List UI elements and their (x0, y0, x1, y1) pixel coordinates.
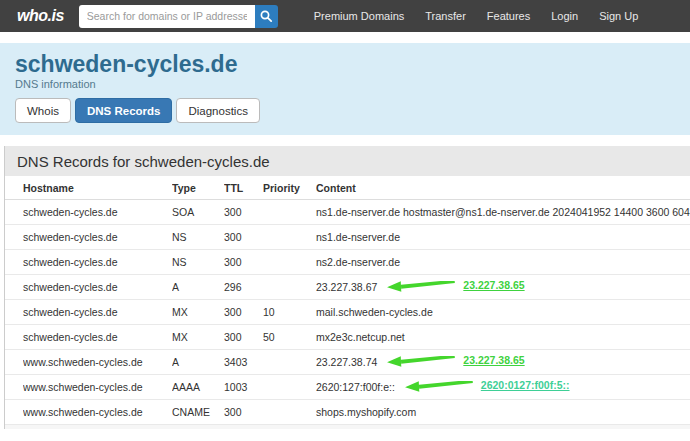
record-value: ns2.de-nserver.de (316, 256, 400, 268)
annotation-text: 2620:0127:f00f:5:: (481, 381, 570, 392)
table-row: schweden-cycles.de NS 300 ns2.de-nserver… (5, 250, 690, 275)
domain-search (79, 5, 278, 28)
record-type: A (172, 281, 224, 293)
top-navbar: who.is Premium Domains Transfer Features… (0, 0, 690, 32)
annotation: 23.227.38.65 (387, 281, 524, 292)
record-content: 2620:127:f00f:e:: 2620:0127:f00f:5:: (316, 381, 690, 394)
table-row: www.schweden-cycles.de A 3403 23.227.38.… (5, 350, 690, 375)
record-value: ns1.de-nserver.de hostmaster@ns1.de-nser… (316, 206, 690, 218)
tab-diagnostics[interactable]: Diagnostics (176, 98, 259, 123)
record-value: 23.227.38.67 (316, 281, 377, 293)
col-ttl: TTL (224, 182, 263, 194)
table-row: www.schweden-cycles.de AAAA 1003 2620:12… (5, 375, 690, 400)
main-nav: Premium Domains Transfer Features Login … (314, 10, 639, 22)
record-hostname: www.schweden-cycles.de (23, 381, 172, 393)
record-type: NS (172, 256, 224, 268)
record-content: 23.227.38.74 23.227.38.65 (316, 356, 690, 369)
whois-page: who.is Premium Domains Transfer Features… (0, 0, 690, 429)
section-title: DNS Records for schweden-cycles.de (5, 146, 690, 176)
record-hostname: schweden-cycles.de (23, 331, 172, 343)
page-title: schweden-cycles.de (15, 52, 675, 77)
page-subtitle: DNS information (15, 78, 675, 90)
record-value: ns1.de-nserver.de (316, 231, 400, 243)
record-value: 2620:127:f00f:e:: (316, 381, 395, 393)
nav-features[interactable]: Features (487, 10, 530, 22)
record-ttl: 300 (224, 406, 263, 418)
record-ttl: 300 (224, 256, 263, 268)
record-type: NS (172, 231, 224, 243)
nav-transfer[interactable]: Transfer (425, 10, 466, 22)
annotation-text: 23.227.38.65 (463, 281, 524, 292)
record-priority: 50 (263, 331, 316, 343)
record-type: SOA (172, 206, 224, 218)
record-content: ns1.de-nserver.de (316, 231, 690, 243)
nav-sign-up[interactable]: Sign Up (599, 10, 638, 22)
green-arrow-icon (387, 356, 456, 369)
dns-records-body: schweden-cycles.de SOA 300 ns1.de-nserve… (5, 200, 690, 425)
record-value: 23.227.38.74 (316, 356, 377, 368)
record-type: CNAME (172, 406, 224, 418)
dns-records-panel: DNS Records for schweden-cycles.de Hostn… (4, 146, 690, 429)
table-row: schweden-cycles.de SOA 300 ns1.de-nserve… (5, 200, 690, 225)
record-value: mail.schweden-cycles.de (316, 306, 433, 318)
table-row: www.schweden-cycles.de CNAME 300 shops.m… (5, 400, 690, 425)
record-ttl: 3403 (224, 356, 263, 368)
domain-header-section: schweden-cycles.de DNS information Whois… (0, 43, 690, 135)
tab-whois[interactable]: Whois (15, 98, 71, 123)
record-type: AAAA (172, 381, 224, 393)
record-type: MX (172, 306, 224, 318)
col-hostname: Hostname (23, 182, 172, 194)
record-ttl: 300 (224, 231, 263, 243)
record-tabs: Whois DNS Records Diagnostics (15, 98, 675, 123)
nav-premium-domains[interactable]: Premium Domains (314, 10, 404, 22)
record-content: 23.227.38.67 23.227.38.65 (316, 281, 690, 294)
green-arrow-icon (387, 281, 456, 294)
search-input[interactable] (79, 5, 255, 28)
record-type: A (172, 356, 224, 368)
record-ttl: 300 (224, 206, 263, 218)
nav-login[interactable]: Login (551, 10, 578, 22)
record-ttl: 1003 (224, 381, 263, 393)
record-hostname: schweden-cycles.de (23, 306, 172, 318)
record-ttl: 296 (224, 281, 263, 293)
record-hostname: www.schweden-cycles.de (23, 406, 172, 418)
tab-dns-records[interactable]: DNS Records (75, 98, 173, 123)
record-content: ns1.de-nserver.de hostmaster@ns1.de-nser… (316, 206, 690, 218)
record-content: mail.schweden-cycles.de (316, 306, 690, 318)
search-icon (259, 9, 273, 23)
record-ttl: 300 (224, 306, 263, 318)
whois-logo[interactable]: who.is (17, 7, 64, 25)
col-content: Content (316, 182, 690, 194)
annotation: 2620:0127:f00f:5:: (405, 381, 570, 392)
table-row: schweden-cycles.de MX 300 50 mx2e3c.netc… (5, 325, 690, 350)
green-arrow-icon (405, 381, 474, 394)
record-hostname: schweden-cycles.de (23, 256, 172, 268)
table-row: schweden-cycles.de NS 300 ns1.de-nserver… (5, 225, 690, 250)
record-priority: 10 (263, 306, 316, 318)
annotation-text: 23.227.38.65 (463, 356, 524, 367)
record-content: mx2e3c.netcup.net (316, 331, 690, 343)
record-content: ns2.de-nserver.de (316, 256, 690, 268)
record-ttl: 300 (224, 331, 263, 343)
record-hostname: schweden-cycles.de (23, 231, 172, 243)
record-content: shops.myshopify.com (316, 406, 690, 418)
record-hostname: schweden-cycles.de (23, 281, 172, 293)
record-value: shops.myshopify.com (316, 406, 416, 418)
record-type: MX (172, 331, 224, 343)
search-button[interactable] (255, 5, 278, 28)
table-row: schweden-cycles.de A 296 23.227.38.67 23… (5, 275, 690, 300)
table-header-row: Hostname Type TTL Priority Content (5, 176, 690, 200)
col-priority: Priority (263, 182, 316, 194)
col-type: Type (172, 182, 224, 194)
dns-records-table: Hostname Type TTL Priority Content schwe… (5, 176, 690, 425)
annotation: 23.227.38.65 (387, 356, 524, 367)
record-hostname: schweden-cycles.de (23, 206, 172, 218)
record-hostname: www.schweden-cycles.de (23, 356, 172, 368)
table-row: schweden-cycles.de MX 300 10 mail.schwed… (5, 300, 690, 325)
record-value: mx2e3c.netcup.net (316, 331, 405, 343)
